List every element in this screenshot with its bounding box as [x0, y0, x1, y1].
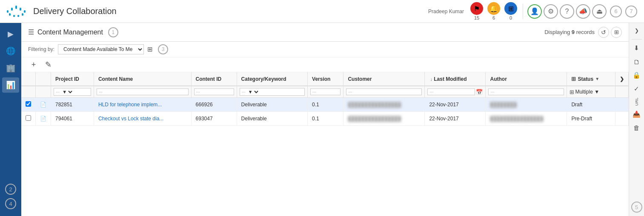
filter-status: ⊞ Multiple ▼	[567, 86, 615, 98]
chat-button[interactable]: 📣	[576, 4, 590, 19]
rp-divider1	[632, 39, 642, 40]
row1-version: 0.1	[308, 98, 343, 112]
col-last-modified: ↓ Last Modified	[425, 72, 486, 86]
row2-version: 0.1	[308, 112, 343, 126]
filter-content-name: ···	[94, 86, 191, 98]
add-button[interactable]: +	[28, 59, 39, 70]
lock-button[interactable]: 🔒	[631, 69, 643, 81]
row2-end	[615, 112, 629, 126]
row2-checkbox-input[interactable]	[26, 115, 31, 121]
svg-rect-7	[13, 15, 15, 17]
filter-collapse	[615, 86, 629, 98]
page-title: Content Management	[37, 28, 103, 36]
filter-version: ···	[308, 86, 343, 98]
check-button[interactable]: ✓	[631, 83, 643, 95]
svg-rect-6	[22, 13, 23, 16]
table-body: 📄 782851 HLD for telephone implem... 666…	[21, 98, 629, 126]
category-filter-select[interactable]: ▼	[246, 89, 260, 95]
content-name-filter[interactable]: ···	[97, 88, 189, 95]
col-customer: Customer	[343, 72, 425, 86]
version-filter[interactable]: ···	[310, 88, 341, 95]
grid-icon: ⊞	[504, 2, 517, 15]
col-doc-type	[36, 72, 51, 86]
trash-button[interactable]: 🗑	[631, 122, 643, 134]
settings-button[interactable]: ⚙	[544, 4, 558, 19]
filter-customer: ···	[343, 86, 425, 98]
flag-icon: ⚑	[470, 2, 483, 15]
annotation-7: 7	[625, 6, 637, 17]
row1-end	[615, 98, 629, 112]
export-button[interactable]: ⊞	[611, 27, 622, 38]
annotation-3: 3	[158, 44, 168, 54]
user-profile-button[interactable]: 👤	[527, 4, 542, 19]
col-author: Author	[486, 72, 567, 86]
help-button[interactable]: ?	[560, 4, 574, 19]
row1-category: Deliverable	[237, 98, 308, 112]
download-button[interactable]: ⬇	[631, 42, 643, 54]
display-count-number: 9	[572, 29, 575, 35]
filter-category: ··· ▼	[237, 86, 308, 98]
row1-checkbox-input[interactable]	[26, 101, 31, 107]
col-project-id: Project ID	[51, 72, 94, 86]
url-button[interactable]: URL	[635, 97, 639, 107]
right-panel-collapse-button[interactable]: ❯	[631, 25, 643, 37]
nav-expand[interactable]: ▶	[2, 26, 19, 42]
nav-building[interactable]: 🏢	[2, 60, 19, 76]
author-filter[interactable]: ···	[488, 88, 564, 95]
annotation-2: 2	[5, 184, 16, 195]
row2-content-id: 693047	[191, 112, 237, 126]
bell-badge-button[interactable]: 🔔 6	[486, 2, 501, 20]
sort-icon: ↓	[430, 77, 432, 82]
display-suffix: records	[576, 29, 595, 35]
col-collapse[interactable]: ❯	[615, 72, 629, 86]
category-filter[interactable]: ··· ▼	[240, 88, 305, 96]
table-row: 📄 782851 HLD for telephone implem... 666…	[21, 98, 629, 112]
row1-customer: ████████████████	[343, 98, 425, 112]
row2-customer: ████████████████	[343, 112, 425, 126]
row1-status: Draft	[567, 98, 615, 112]
nav-chart[interactable]: 📊	[2, 77, 19, 93]
hamburger-icon: ☰	[28, 28, 34, 36]
row1-author: ████████	[486, 98, 567, 112]
project-id-filter[interactable]: ··· ▼	[54, 88, 91, 96]
project-id-filter-select[interactable]: ▼	[60, 89, 74, 95]
row2-checkbox[interactable]	[21, 112, 36, 126]
row1-checkbox[interactable]	[21, 98, 36, 112]
content-table: Project ID Content Name Content ID Categ…	[21, 72, 629, 126]
filter-grid-icon[interactable]: ⊞	[147, 45, 153, 53]
left-nav: ▶ 🌐 🏢 📊 2 4	[0, 23, 21, 216]
row2-project-id: 794061	[51, 112, 94, 126]
filter-bar: Filtering by: Content Made Available To …	[21, 42, 629, 57]
record-count-display: Displaying 9 records	[544, 29, 595, 35]
grid-count: 0	[509, 15, 512, 20]
cisco-logo	[7, 6, 26, 17]
last-modified-filter[interactable]: ···	[427, 88, 475, 95]
annotation-4: 4	[5, 198, 16, 209]
document-button[interactable]: 🗋	[631, 56, 643, 68]
svg-rect-1	[11, 8, 13, 11]
status-filter-icon: ⊞	[571, 76, 576, 82]
annotation-5: 5	[631, 202, 642, 213]
content-id-filter[interactable]: ···	[194, 88, 234, 95]
row1-project-id: 782851	[51, 98, 94, 112]
content-header: ☰ Content Management 1 Displaying 9 reco…	[21, 23, 629, 42]
flag-badge-button[interactable]: ⚑ 15	[469, 2, 484, 20]
inbox-button[interactable]: 📥	[631, 108, 643, 120]
row2-author-value: ████████████████	[490, 116, 543, 121]
calendar-icon[interactable]: 📅	[476, 89, 483, 95]
filter-project-id: ··· ▼	[51, 86, 94, 98]
grid-badge-button[interactable]: ⊞ 0	[503, 2, 518, 20]
edit-button[interactable]: ✎	[43, 59, 54, 70]
refresh-button[interactable]: ↺	[598, 27, 609, 38]
row1-content-name[interactable]: HLD for telephone implem...	[94, 98, 191, 112]
row2-content-name[interactable]: Checkout vs Lock state dia...	[94, 112, 191, 126]
row1-customer-value: ████████████████	[348, 102, 401, 107]
col-checkbox	[21, 72, 36, 86]
nav-globe[interactable]: 🌐	[2, 43, 19, 59]
status-multiple-label[interactable]: Multiple ▼	[575, 89, 599, 95]
logout-button[interactable]: ⏏	[592, 4, 607, 19]
svg-rect-5	[9, 13, 11, 16]
status-multi-header[interactable]: ⊞ Status ▼	[571, 76, 611, 82]
filter-select[interactable]: Content Made Available To Me	[58, 44, 144, 54]
customer-filter[interactable]: ···	[346, 88, 422, 95]
